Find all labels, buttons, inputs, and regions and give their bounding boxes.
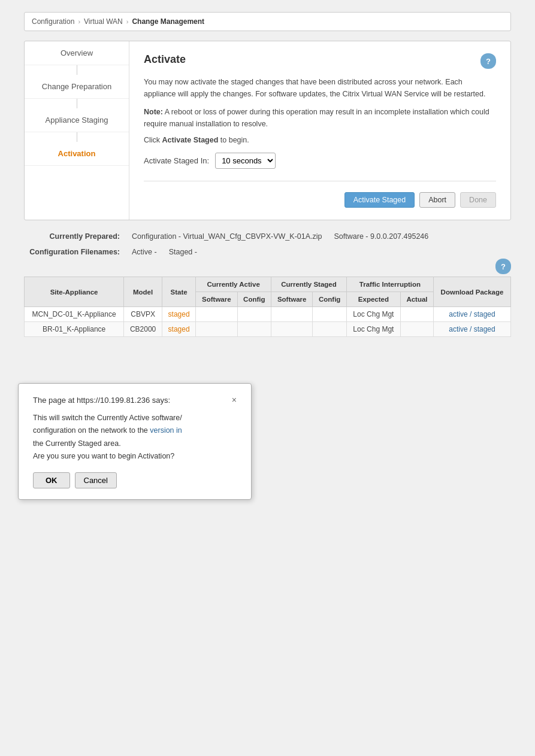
currently-prepared-label: Currently Prepared: xyxy=(24,232,120,241)
sidebar-connector-1 xyxy=(77,65,77,75)
note-bold: Note: xyxy=(144,108,163,116)
th-active-software: Software xyxy=(196,292,237,307)
cell-active-cfg-1 xyxy=(237,307,271,322)
cell-site-appliance-2: BR-01_K-Appliance xyxy=(25,322,124,337)
th-currently-active: Currently Active xyxy=(196,277,271,292)
cell-staged-sw-1 xyxy=(271,307,313,322)
cell-expected-1: Loc Chg Mgt xyxy=(346,307,400,322)
cell-actual-2 xyxy=(400,322,433,337)
cell-expected-2: Loc Chg Mgt xyxy=(346,322,400,337)
sidebar-connector-3 xyxy=(77,132,77,142)
cell-model-1: CBVPX xyxy=(124,307,162,322)
content-area: Activate ? You may now activate the stag… xyxy=(129,41,510,220)
cell-staged-cfg-2 xyxy=(313,322,347,337)
breadcrumb-item-config[interactable]: Configuration xyxy=(32,17,74,26)
sidebar-item-appliance-staging[interactable]: Appliance Staging xyxy=(25,108,129,132)
cell-model-2: CB2000 xyxy=(124,322,162,337)
page-title: Activate xyxy=(144,53,186,66)
done-button: Done xyxy=(460,192,496,208)
breadcrumb-sep-1: › xyxy=(78,18,80,25)
table-row: MCN_DC-01_K-Appliance CBVPX staged Loc C… xyxy=(25,307,511,322)
cell-site-appliance-1: MCN_DC-01_K-Appliance xyxy=(25,307,124,322)
sidebar-item-overview[interactable]: Overview xyxy=(25,41,129,65)
table-row: BR-01_K-Appliance CB2000 staged Loc Chg … xyxy=(25,322,511,337)
cell-staged-cfg-1 xyxy=(313,307,347,322)
cell-active-sw-1 xyxy=(196,307,237,322)
breadcrumb: Configuration › Virtual WAN › Change Man… xyxy=(24,12,511,31)
breadcrumb-item-change-mgmt: Change Management xyxy=(132,17,204,26)
cell-state-2: staged xyxy=(162,322,196,337)
config-filenames-staged: Staged - xyxy=(169,248,197,256)
currently-prepared-row: Currently Prepared: Configuration - Virt… xyxy=(24,230,511,243)
sidebar-item-activation[interactable]: Activation xyxy=(25,142,129,166)
table-section: ? Site-Appliance Model State Currently A… xyxy=(24,259,511,337)
breadcrumb-item-vwan[interactable]: Virtual WAN xyxy=(84,17,123,26)
action-buttons: Activate Staged Abort Done xyxy=(144,187,496,208)
help-button-top[interactable]: ? xyxy=(480,53,496,69)
appliance-table: Site-Appliance Model State Currently Act… xyxy=(24,277,511,337)
cell-actual-1 xyxy=(400,307,433,322)
sidebar-item-change-preparation[interactable]: Change Preparation xyxy=(25,75,129,99)
sidebar-connector-2 xyxy=(77,99,77,108)
table-help-row: ? xyxy=(24,259,511,274)
th-staged-software: Software xyxy=(271,292,313,307)
activate-staged-label: Activate Staged In: xyxy=(144,156,209,165)
th-state: State xyxy=(162,277,196,307)
currently-prepared-software: Software - 9.0.0.207.495246 xyxy=(334,232,429,241)
cell-active-cfg-2 xyxy=(237,322,271,337)
th-currently-staged: Currently Staged xyxy=(271,277,347,292)
sidebar: Overview Change Preparation Appliance St… xyxy=(25,41,129,220)
cell-download-1: active / staged xyxy=(434,307,511,322)
activate-staged-row: Activate Staged In: 10 seconds 30 second… xyxy=(144,153,496,169)
description-text: You may now activate the staged changes … xyxy=(144,76,496,100)
th-staged-config: Config xyxy=(313,292,347,307)
click-instruction: Click Activate Staged to begin. xyxy=(144,136,496,144)
cell-download-2: active / staged xyxy=(434,322,511,337)
cell-state-1: staged xyxy=(162,307,196,322)
th-traffic-interruption: Traffic Interruption xyxy=(346,277,433,292)
th-download-package: Download Package xyxy=(434,277,511,307)
th-site-appliance: Site-Appliance xyxy=(25,277,124,307)
breadcrumb-sep-2: › xyxy=(126,18,129,25)
help-button-table[interactable]: ? xyxy=(495,259,511,274)
note-text: Note: A reboot or loss of power during t… xyxy=(144,106,496,130)
config-filenames-active: Active - xyxy=(132,248,157,256)
activate-staged-instruction-bold: Activate Staged xyxy=(162,136,219,144)
activate-staged-button[interactable]: Activate Staged xyxy=(344,192,415,208)
abort-button[interactable]: Abort xyxy=(419,192,455,208)
th-expected: Expected xyxy=(346,292,400,307)
cell-active-sw-2 xyxy=(196,322,237,337)
th-model: Model xyxy=(124,277,162,307)
th-actual: Actual xyxy=(400,292,433,307)
config-filenames-label: Configuration Filenames: xyxy=(24,248,120,256)
divider xyxy=(144,181,496,181)
activate-staged-select[interactable]: 10 seconds 30 seconds 1 minute 5 minutes… xyxy=(215,153,276,169)
currently-prepared-config: Configuration - Virtual_WAN_Cfg_CBVPX-VW… xyxy=(132,232,322,241)
main-panel: Overview Change Preparation Appliance St… xyxy=(24,41,511,220)
info-section: Currently Prepared: Configuration - Virt… xyxy=(24,230,511,259)
th-active-config: Config xyxy=(237,292,271,307)
cell-staged-sw-2 xyxy=(271,322,313,337)
config-filenames-row: Configuration Filenames: Active - Staged… xyxy=(24,245,511,259)
